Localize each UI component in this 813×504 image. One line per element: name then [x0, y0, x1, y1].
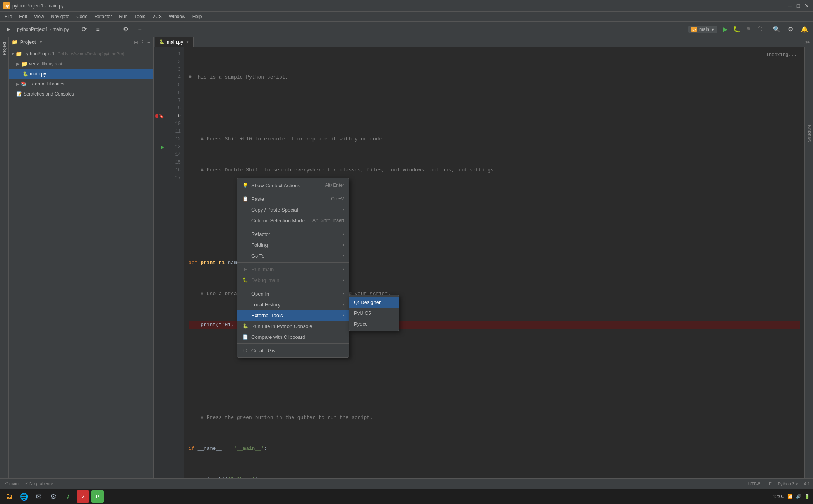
- menu-refactor[interactable]: Refactor: [91, 13, 115, 20]
- context-menu-debug-main[interactable]: 🐛 Debug 'main' ›: [237, 275, 349, 285]
- gutter-9-breakpoint[interactable]: 🔖: [155, 112, 164, 120]
- tree-item-scratches[interactable]: 📝 Scratches and Consoles: [9, 89, 153, 99]
- tree-item-root[interactable]: ▾ 📁 pythonProject1 C:\Users\wmm\Desktop\…: [9, 49, 153, 59]
- line-num-13: 13: [166, 143, 181, 151]
- menu-run[interactable]: Run: [116, 13, 130, 20]
- create-gist-label: Create Gist...: [251, 348, 281, 354]
- run-button[interactable]: ▶: [720, 24, 730, 34]
- context-menu-compare-clipboard[interactable]: 📄 Compare with Clipboard: [237, 331, 349, 342]
- search-everywhere-btn[interactable]: 🔍: [771, 24, 782, 35]
- code-kw-if: if: [189, 445, 197, 453]
- qt-designer-label: Qt Designer: [354, 299, 381, 305]
- submenu-item-pyuic5[interactable]: PyUIC5: [349, 308, 399, 318]
- context-menu-paste[interactable]: 📋 Paste Ctrl+V: [237, 193, 349, 204]
- tree-item-venv[interactable]: ▶ 📁 venv library root: [9, 59, 153, 69]
- menu-help[interactable]: Help: [189, 13, 205, 20]
- menu-file[interactable]: File: [2, 13, 15, 20]
- local-history-arrow: ›: [343, 302, 344, 307]
- project-tree: ▾ 📁 pythonProject1 C:\Users\wmm\Desktop\…: [9, 47, 153, 489]
- main-area: Project 📁 Project ▾ ⊟ ⋮ − ▾ 📁 pythonProj…: [0, 37, 813, 489]
- taskbar-pycharm[interactable]: P: [91, 490, 104, 503]
- copy-paste-special-label: Copy / Paste Special: [251, 207, 298, 213]
- tree-item-external-libs[interactable]: ▶ 📚 External Libraries: [9, 79, 153, 89]
- settings-btn[interactable]: ⚙: [785, 24, 796, 35]
- sync-btn[interactable]: ⟳: [79, 24, 89, 35]
- context-menu-column-selection[interactable]: Column Selection Mode Alt+Shift+Insert: [237, 215, 349, 226]
- activity-project[interactable]: Project: [2, 40, 7, 56]
- tab-mainpy[interactable]: 🐍 main.py ✕: [155, 37, 194, 47]
- close-button[interactable]: ✕: [804, 3, 810, 9]
- line-num-1: 1: [166, 50, 181, 58]
- line-num-10: 10: [166, 120, 181, 128]
- run-main-arrow: ›: [343, 267, 344, 272]
- debug-button[interactable]: 🐛: [732, 24, 742, 34]
- run-main-label: Run 'main': [251, 267, 275, 272]
- menu-code[interactable]: Code: [73, 13, 91, 20]
- menu-edit[interactable]: Edit: [16, 13, 30, 20]
- context-menu-run-file-console[interactable]: 🐍 Run File in Python Console: [237, 321, 349, 331]
- menu-window[interactable]: Window: [166, 13, 189, 20]
- collapse-all-btn[interactable]: ⊟: [134, 39, 139, 45]
- title-bar-controls: ─ □ ✕: [787, 3, 810, 9]
- taskbar-battery-icon: 🔋: [804, 494, 810, 499]
- menu-tools[interactable]: Tools: [131, 13, 148, 20]
- project-name-label: pythonProject1: [17, 27, 48, 32]
- taskbar-settings[interactable]: ⚙: [47, 490, 60, 503]
- scratches-label: Scratches and Consoles: [24, 91, 74, 97]
- coverage-button[interactable]: ⚑: [743, 24, 753, 34]
- tab-close-btn[interactable]: ✕: [185, 39, 189, 45]
- menu-vcs[interactable]: VCS: [149, 13, 165, 20]
- submenu-item-pyqcc[interactable]: Pyqcc: [349, 318, 399, 329]
- code-line-4: # Press Double Shift to search everywher…: [189, 166, 800, 174]
- context-menu: 💡 Show Context Actions Alt+Enter 📋 Paste…: [237, 178, 349, 358]
- context-menu-external-tools[interactable]: External Tools ›: [237, 310, 349, 321]
- options-btn[interactable]: ⋮: [140, 39, 146, 45]
- menu-view[interactable]: View: [31, 13, 47, 20]
- maximize-button[interactable]: □: [795, 3, 801, 9]
- code-line-13: if __name__ == '__main__':: [189, 445, 800, 453]
- tab-more-btn[interactable]: ≫: [801, 39, 813, 45]
- pyqcc-label: Pyqcc: [354, 321, 367, 327]
- gist-icon: ⬡: [242, 348, 248, 353]
- toolbar: ▶ pythonProject1 › main.py ⟳ ≡ ☰ ⚙ − py …: [0, 22, 813, 37]
- context-menu-create-gist[interactable]: ⬡ Create Gist...: [237, 345, 349, 356]
- filter-btn[interactable]: ≡: [93, 24, 103, 35]
- context-menu-go-to[interactable]: Go To ›: [237, 250, 349, 261]
- status-bar-right: UTF-8 LF Python 3.x 4:1: [748, 482, 810, 486]
- settings-gear-btn[interactable]: ⚙: [120, 24, 131, 35]
- context-menu-open-in[interactable]: Open In ›: [237, 288, 349, 299]
- python-version: Python 3.x: [778, 482, 798, 486]
- context-menu-show-context-actions[interactable]: 💡 Show Context Actions Alt+Enter: [237, 180, 349, 191]
- code-text-12: # Press the green button in the gutter t…: [189, 414, 373, 422]
- tree-item-mainpy[interactable]: 🐍 main.py: [9, 69, 153, 79]
- context-menu-local-history[interactable]: Local History ›: [237, 299, 349, 310]
- title-bar-left: py pythonProject1 - main.py: [3, 2, 64, 9]
- debug-icon: 🐛: [242, 277, 248, 283]
- taskbar-vpn[interactable]: V: [77, 490, 89, 503]
- expand-icon: ▾: [12, 51, 14, 56]
- context-menu-folding[interactable]: Folding ›: [237, 239, 349, 250]
- taskbar-files[interactable]: 🗂: [3, 490, 15, 503]
- code-line-2: [189, 104, 800, 112]
- close-panel-btn[interactable]: −: [147, 39, 150, 45]
- context-menu-run-main[interactable]: ▶ Run 'main' ›: [237, 264, 349, 275]
- minus-btn[interactable]: −: [134, 24, 145, 35]
- project-expand-btn[interactable]: ▶: [3, 24, 14, 35]
- context-menu-refactor[interactable]: Refactor ›: [237, 229, 349, 239]
- context-menu-copy-paste-special[interactable]: Copy / Paste Special ›: [237, 204, 349, 215]
- list-btn[interactable]: ☰: [106, 24, 117, 35]
- submenu-item-qt-designer[interactable]: Qt Designer: [349, 297, 399, 308]
- taskbar-email[interactable]: ✉: [33, 490, 45, 503]
- run-config-selector[interactable]: py main ▾: [688, 26, 717, 33]
- gutter-13-run[interactable]: ▶: [155, 143, 164, 151]
- taskbar-browser[interactable]: 🌐: [18, 490, 30, 503]
- taskbar-music[interactable]: ♪: [62, 490, 74, 503]
- notification-btn[interactable]: 🔔: [799, 24, 810, 35]
- structure-label[interactable]: Structure: [807, 125, 811, 142]
- pyuic5-label: PyUIC5: [354, 310, 371, 316]
- minimize-button[interactable]: ─: [787, 3, 793, 9]
- profile-button[interactable]: ⏱: [755, 24, 765, 34]
- menu-navigate[interactable]: Navigate: [48, 13, 72, 20]
- goto-arrow: ›: [343, 253, 344, 258]
- column-selection-label: Column Selection Mode: [251, 218, 305, 224]
